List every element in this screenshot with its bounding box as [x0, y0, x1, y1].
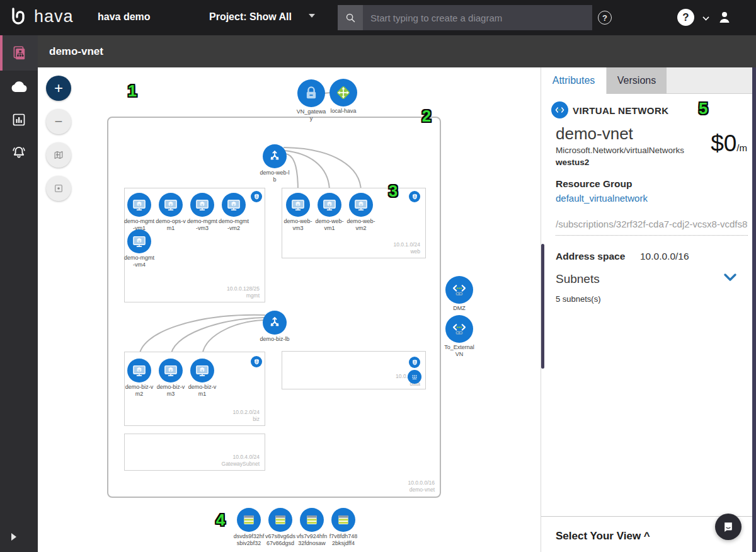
subnet-web-name: web — [393, 248, 420, 255]
help-outline-icon[interactable]: ? — [598, 11, 612, 25]
subnet-gateway-name: GatewaySubnet — [222, 461, 260, 468]
panel-scrollbar[interactable] — [541, 244, 544, 369]
biz-lb-node[interactable]: demo-biz-lb — [253, 311, 297, 343]
tab-attributes[interactable]: Attributes — [541, 67, 607, 94]
resource-name: demo-vnet — [556, 124, 633, 144]
chat-widget-button[interactable] — [715, 514, 742, 540]
top-navigation-bar: hava hava demo Project: Show All ? ? — [0, 0, 756, 35]
workspace-name[interactable]: hava demo — [98, 11, 151, 23]
subnet-biz-name: biz — [232, 416, 260, 423]
map-icon — [52, 149, 65, 161]
node-label: demo-biz-lb — [253, 336, 297, 343]
diagram-title-bar: demo-vnet SHARE EXPORT VIEW OPTIONS — [0, 35, 756, 67]
address-space-label: Address space — [556, 251, 625, 262]
sidebar-item-environments[interactable] — [0, 71, 38, 103]
subnet-corner-label: 10.0.2.0/24 biz — [232, 409, 260, 423]
zoom-in-button[interactable]: + — [46, 76, 71, 101]
vm-icon — [127, 359, 151, 382]
center-view-button[interactable] — [46, 176, 71, 201]
user-menu-caret-icon[interactable] — [702, 14, 709, 20]
resource-kind: Microsoft.Network/virtualNetworks — [556, 146, 684, 155]
sidebar-item-reports[interactable] — [0, 103, 38, 136]
project-caret-icon[interactable] — [309, 14, 315, 18]
web-lb-node[interactable]: demo-web-l b — [253, 144, 297, 183]
search-icon[interactable] — [338, 5, 363, 30]
vm-node[interactable]: demo-biz-v m1 — [180, 359, 224, 398]
subnet-gateway[interactable]: 10.0.4.0/24 GatewaySubnet — [124, 434, 265, 471]
vm-node[interactable]: demo-mgmt -vm2 — [212, 193, 256, 232]
hava-logo[interactable]: hava — [8, 5, 74, 28]
nsg-shield-icon[interactable] — [409, 191, 420, 202]
chat-icon — [722, 520, 735, 533]
subnet-corner-label: 10.0.1.0/24 web — [393, 241, 420, 255]
user-avatar-icon[interactable] — [717, 9, 732, 27]
address-space-value: 10.0.0.0/16 — [640, 251, 689, 262]
sidebar-item-diagrams[interactable] — [0, 35, 38, 71]
node-label: demo-web-l b — [253, 170, 297, 183]
disk-icon — [300, 508, 324, 532]
fit-map-button[interactable] — [46, 142, 71, 168]
search-input[interactable] — [363, 5, 592, 30]
price-value: $0 — [711, 130, 736, 156]
subnets-section-label: Subnets — [556, 272, 600, 286]
resource-group-label: Resource Group — [556, 178, 632, 190]
disk-node[interactable]: f7v8fdh748 2bksjdff4 — [321, 508, 365, 547]
vnet-name: demo-vnet — [408, 486, 435, 493]
node-label: f7v8fdh748 2bksjdff4 — [321, 533, 365, 547]
subnet-data[interactable]: 10.0. data — [282, 351, 426, 389]
local-network-gateway-icon — [329, 79, 357, 106]
peering-external-node[interactable]: To_External VN — [437, 315, 481, 358]
diagram-canvas[interactable]: + − 10.0.0.0/16 demo-vnet 10.0.0.128/25 … — [38, 67, 541, 552]
resource-group-link[interactable]: default_virtualnetwork — [556, 193, 648, 204]
sidebar-item-alerts[interactable] — [0, 136, 38, 169]
subnet-biz-cidr: 10.0.2.0/24 — [232, 409, 260, 416]
annotation-5: 5 — [699, 99, 707, 118]
vm-icon — [127, 229, 151, 253]
subnets-chevron-down-icon[interactable] — [723, 273, 737, 285]
annotation-2: 2 — [422, 106, 431, 126]
window-right-scrollbar[interactable] — [752, 67, 756, 552]
project-selector[interactable]: Project: Show All — [209, 11, 292, 23]
vnet-corner-label: 10.0.0.0/16 demo-vnet — [408, 480, 435, 493]
price-unit: /m — [736, 142, 747, 153]
local-hava-node[interactable]: local-hava — [321, 79, 365, 115]
attributes-panel: Attributes Versions VIRTUAL NETWORK 5 de… — [541, 67, 756, 552]
price-tag: $0/m — [711, 130, 747, 157]
search-bar — [338, 5, 592, 30]
vm-icon — [286, 193, 310, 217]
peering-dmz-node[interactable]: DMZ — [437, 276, 481, 312]
vm-icon — [190, 359, 214, 382]
node-label: local-hava — [321, 108, 365, 115]
diagram-document-icon — [11, 45, 27, 61]
vm-icon — [190, 193, 214, 217]
data-service-icon[interactable] — [408, 370, 421, 384]
vm-icon — [159, 359, 183, 382]
vm-icon — [222, 193, 246, 217]
node-label: demo-biz-v m1 — [180, 384, 224, 398]
nsg-shield-icon[interactable] — [409, 357, 420, 368]
subnets-count: 5 subnets(s) — [556, 294, 601, 304]
node-label: To_External VN — [437, 344, 481, 358]
help-filled-icon[interactable]: ? — [677, 9, 694, 26]
node-label: demo-mgmt -vm4 — [117, 255, 161, 268]
tab-versions[interactable]: Versions — [607, 67, 667, 94]
sidebar-expand-icon[interactable] — [11, 533, 16, 541]
vnet-cidr: 10.0.0.0/16 — [408, 480, 435, 486]
select-your-view-toggle[interactable]: Select Your View ^ — [556, 530, 650, 543]
vnet-peering-icon — [445, 276, 473, 304]
subscription-path: /subscriptions/32rf32f-cda7-cdj2-vcsx8-v… — [556, 219, 748, 236]
subnet-mgmt-cidr: 10.0.0.128/25 — [227, 285, 260, 292]
zoom-out-button[interactable]: − — [46, 109, 71, 134]
load-balancer-icon — [263, 311, 287, 335]
disk-icon — [237, 508, 261, 532]
subnet-corner-label: 10.0.4.0/24 GatewaySubnet — [222, 454, 260, 468]
subnet-mgmt-name: mgmt — [227, 292, 260, 299]
resource-region: westus2 — [556, 158, 589, 167]
hava-logo-icon — [8, 5, 30, 28]
node-label: demo-web- vm2 — [339, 218, 383, 232]
vm-node[interactable]: demo-web- vm2 — [339, 193, 383, 232]
subnet-web-cidr: 10.0.1.0/24 — [393, 241, 420, 248]
nsg-shield-icon[interactable] — [251, 356, 262, 367]
vm-node[interactable]: demo-mgmt -vm4 — [117, 229, 161, 268]
center-icon — [53, 183, 64, 194]
